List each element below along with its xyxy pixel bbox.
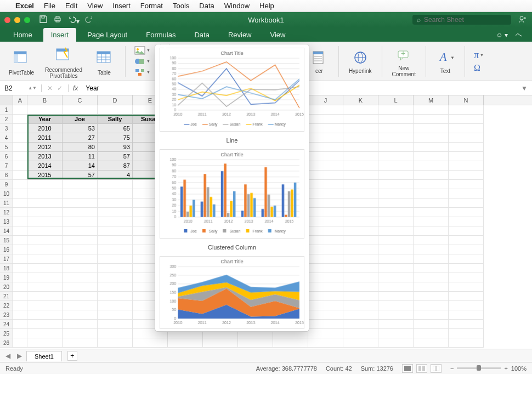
add-sheet-button[interactable]: +: [67, 351, 77, 361]
cell[interactable]: [63, 273, 98, 282]
cell[interactable]: [63, 217, 98, 226]
cell[interactable]: [13, 310, 27, 320]
cell[interactable]: [27, 254, 63, 264]
minimize-window-icon[interactable]: [14, 17, 20, 23]
cell[interactable]: [378, 245, 414, 254]
cell[interactable]: [414, 310, 449, 320]
cell[interactable]: [414, 264, 449, 273]
row-header[interactable]: 11: [0, 199, 13, 208]
cell[interactable]: [343, 180, 378, 189]
cell[interactable]: 53: [63, 124, 98, 133]
cell[interactable]: [343, 105, 378, 115]
cell[interactable]: [27, 264, 63, 273]
cell[interactable]: 2011: [27, 133, 63, 143]
expand-formula-icon[interactable]: ▼: [517, 84, 532, 92]
cell[interactable]: [27, 292, 63, 301]
cell[interactable]: Joe: [63, 115, 98, 124]
cell[interactable]: [449, 264, 484, 273]
row-header[interactable]: 3: [0, 124, 13, 133]
cell[interactable]: [378, 273, 414, 282]
cell[interactable]: [449, 208, 484, 217]
cell[interactable]: [449, 143, 484, 152]
cell[interactable]: [27, 180, 63, 189]
cell[interactable]: [13, 161, 27, 171]
cell[interactable]: [308, 133, 343, 143]
cell[interactable]: [378, 292, 414, 301]
cell[interactable]: [308, 189, 343, 199]
menu-edit[interactable]: Edit: [65, 2, 77, 10]
search-input[interactable]: [424, 16, 495, 24]
name-box[interactable]: B2▲▼: [0, 84, 42, 92]
cell[interactable]: [308, 124, 343, 133]
cell[interactable]: [98, 301, 133, 310]
tab-formulas[interactable]: Formulas: [138, 28, 183, 42]
row-header[interactable]: 10: [0, 189, 13, 199]
tab-data[interactable]: Data: [186, 28, 217, 42]
equation-button[interactable]: π▼: [474, 49, 484, 61]
cell[interactable]: [414, 189, 449, 199]
cell[interactable]: [308, 171, 343, 180]
row-header[interactable]: 1: [0, 105, 13, 115]
cell[interactable]: 57: [98, 152, 133, 161]
cell[interactable]: [414, 105, 449, 115]
cell[interactable]: [63, 292, 98, 301]
cell[interactable]: [63, 320, 98, 329]
cell[interactable]: [343, 152, 378, 161]
cell[interactable]: [449, 273, 484, 282]
row-header[interactable]: 19: [0, 273, 13, 282]
cell[interactable]: [308, 115, 343, 124]
cell[interactable]: [98, 310, 133, 320]
cell[interactable]: [27, 320, 63, 329]
cell[interactable]: [449, 310, 484, 320]
cell[interactable]: [13, 124, 27, 133]
row-header[interactable]: 12: [0, 208, 13, 217]
cell[interactable]: [63, 199, 98, 208]
cell[interactable]: [378, 199, 414, 208]
cell[interactable]: [343, 124, 378, 133]
cell[interactable]: [449, 292, 484, 301]
cell[interactable]: [98, 338, 133, 348]
cell[interactable]: [414, 301, 449, 310]
cell[interactable]: [13, 292, 27, 301]
cell[interactable]: [13, 320, 27, 329]
cell[interactable]: [449, 245, 484, 254]
col-header-D[interactable]: D: [98, 95, 133, 105]
cell[interactable]: 2012: [27, 143, 63, 152]
cell[interactable]: [27, 338, 63, 348]
cell[interactable]: [414, 245, 449, 254]
cell[interactable]: [414, 338, 449, 348]
cell[interactable]: [13, 105, 27, 115]
cell[interactable]: [63, 254, 98, 264]
cell[interactable]: [308, 217, 343, 226]
col-header-B[interactable]: B: [27, 95, 63, 105]
cell[interactable]: [308, 236, 343, 245]
menu-insert[interactable]: Insert: [112, 2, 131, 10]
tab-home[interactable]: Home: [5, 28, 40, 42]
row-header[interactable]: 25: [0, 329, 13, 338]
cell[interactable]: [449, 124, 484, 133]
cell[interactable]: [98, 105, 133, 115]
mac-menubar[interactable]: Excel File Edit View Insert Format Tools…: [0, 0, 532, 12]
menu-tools[interactable]: Tools: [173, 2, 189, 10]
cell[interactable]: [449, 199, 484, 208]
feedback-icon[interactable]: ☺ ▾: [496, 31, 508, 39]
tab-insert[interactable]: Insert: [43, 28, 77, 42]
tab-review[interactable]: Review: [220, 28, 259, 42]
cell[interactable]: [133, 338, 168, 348]
cell[interactable]: 2013: [27, 152, 63, 161]
cell[interactable]: [414, 133, 449, 143]
cell[interactable]: [98, 320, 133, 329]
menu-view[interactable]: View: [87, 2, 103, 10]
row-header[interactable]: 7: [0, 161, 13, 171]
cell[interactable]: [343, 282, 378, 292]
cell[interactable]: [343, 301, 378, 310]
cell[interactable]: [98, 217, 133, 226]
cell[interactable]: [13, 208, 27, 217]
cell[interactable]: [308, 310, 343, 320]
cell[interactable]: [13, 152, 27, 161]
cell[interactable]: [308, 199, 343, 208]
cell[interactable]: [343, 254, 378, 264]
cell[interactable]: [414, 226, 449, 236]
cell[interactable]: [98, 245, 133, 254]
cell[interactable]: [414, 199, 449, 208]
